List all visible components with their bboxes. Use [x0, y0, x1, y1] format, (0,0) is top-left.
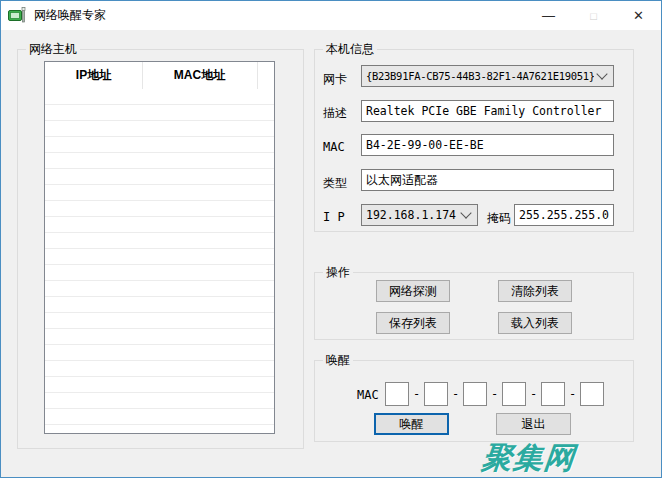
exit-button[interactable]: 退出 — [496, 413, 571, 435]
save-list-button[interactable]: 保存列表 — [376, 312, 450, 334]
title-bar: 网络唤醒专家 — □ ✕ — [1, 1, 661, 30]
app-window: 网络唤醒专家 — □ ✕ 网络主机 IP地址 MAC地址 本机信息 网卡 {B2… — [0, 0, 662, 478]
description-field[interactable]: Realtek PCIe GBE Family Controller — [361, 100, 614, 122]
column-header-mac[interactable]: MAC地址 — [142, 67, 257, 84]
watermark: 聚集网 — [480, 438, 577, 478]
octet-separator: - — [409, 387, 424, 401]
mask-field[interactable]: 255.255.255.0 — [514, 204, 614, 226]
mac-octet-3[interactable] — [463, 382, 487, 406]
mask-label: 掩码 — [487, 210, 511, 227]
octet-separator: - — [526, 387, 541, 401]
wake-mac-label: MAC — [357, 388, 379, 402]
host-list-table[interactable]: IP地址 MAC地址 — [44, 61, 275, 434]
window-title: 网络唤醒专家 — [34, 7, 106, 24]
octet-separator: - — [448, 387, 463, 401]
mac-field[interactable]: B4-2E-99-00-EE-BE — [361, 134, 614, 156]
mac-octet-1[interactable] — [385, 382, 409, 406]
actions-group-label: 操作 — [323, 264, 353, 281]
network-detect-button[interactable]: 网络探测 — [376, 280, 450, 302]
adapter-combobox[interactable]: {B23B91FA-CB75-44B3-82F1-4A7621E19051} — [361, 65, 614, 87]
description-label: 描述 — [323, 105, 347, 122]
mac-octet-5[interactable] — [541, 382, 565, 406]
mac-octet-6[interactable] — [580, 382, 604, 406]
mac-octet-4[interactable] — [502, 382, 526, 406]
wake-button[interactable]: 唤醒 — [374, 413, 449, 435]
chevron-down-icon — [596, 68, 607, 79]
maximize-icon: □ — [571, 1, 616, 30]
local-info-group-label: 本机信息 — [323, 41, 377, 58]
host-list-header[interactable]: IP地址 MAC地址 — [45, 62, 274, 90]
load-list-button[interactable]: 载入列表 — [498, 312, 572, 334]
adapter-value: {B23B91FA-CB75-44B3-82F1-4A7621E19051} — [366, 70, 594, 82]
type-label: 类型 — [323, 175, 347, 192]
chevron-down-icon — [460, 207, 471, 218]
host-list-body[interactable] — [45, 89, 274, 433]
wake-group-label: 唤醒 — [323, 352, 353, 369]
wake-mac-octets: - - - - - — [385, 382, 604, 406]
close-icon[interactable]: ✕ — [616, 1, 661, 30]
app-icon — [8, 7, 26, 24]
octet-separator: - — [565, 387, 580, 401]
mac-octet-2[interactable] — [424, 382, 448, 406]
adapter-label: 网卡 — [323, 71, 347, 88]
octet-separator: - — [487, 387, 502, 401]
clear-list-button[interactable]: 清除列表 — [498, 280, 572, 302]
ip-label: I P — [323, 210, 345, 224]
mac-label: MAC — [323, 140, 345, 154]
type-field[interactable]: 以太网适配器 — [361, 169, 614, 191]
ip-combobox[interactable]: 192.168.1.174 — [361, 204, 478, 226]
host-list-group-label: 网络主机 — [26, 41, 80, 58]
ip-value: 192.168.1.174 — [366, 208, 458, 222]
minimize-icon[interactable]: — — [526, 1, 571, 30]
column-header-ip[interactable]: IP地址 — [45, 67, 142, 84]
actions-group: 操作 — [314, 272, 634, 340]
window-controls: — □ ✕ — [526, 1, 661, 30]
